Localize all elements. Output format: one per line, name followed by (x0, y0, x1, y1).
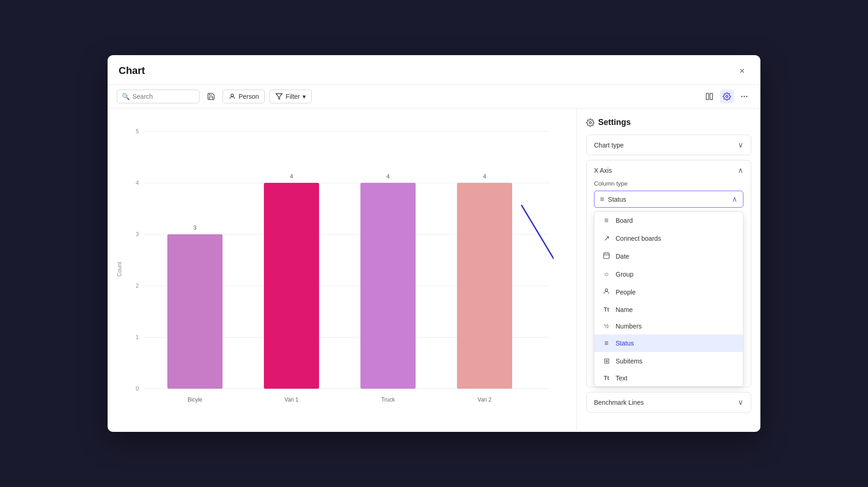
dropdown-item-text[interactable]: Tt Text (594, 370, 743, 386)
dropdown-item-date[interactable]: Date (594, 247, 743, 266)
filter-button[interactable]: Filter ▾ (269, 90, 312, 103)
subitems-icon: ⊞ (602, 357, 611, 365)
settings-title: Settings (586, 118, 751, 127)
svg-text:Truck: Truck (381, 396, 395, 403)
subitems-label: Subitems (616, 357, 642, 365)
status-selected-left: ≡ Status (600, 195, 626, 204)
chart-type-section: Chart type ∨ (586, 135, 751, 155)
dropdown-item-people[interactable]: People (594, 283, 743, 301)
search-input[interactable] (132, 93, 194, 100)
svg-text:4: 4 (136, 180, 139, 186)
dropdown-item-numbers[interactable]: ½ Numbers (594, 318, 743, 334)
search-icon: 🔍 (122, 93, 130, 100)
chart-type-chevron: ∨ (738, 141, 743, 149)
status-dropdown[interactable]: ≡ Status ∧ (594, 191, 743, 208)
x-axis-chevron: ∧ (738, 166, 743, 175)
dropdown-item-connect-boards[interactable]: ↗ Connect boards (594, 229, 743, 247)
name-icon: Tt (602, 306, 611, 313)
svg-text:4: 4 (387, 173, 390, 180)
benchmark-section: Benchmark Lines ∨ (586, 392, 751, 413)
y-axis-label: Count (116, 262, 123, 277)
chart-type-header[interactable]: Chart type ∨ (587, 135, 751, 155)
dropdown-item-subitems[interactable]: ⊞ Subitems (594, 352, 743, 370)
svg-text:3: 3 (136, 231, 139, 238)
svg-text:5: 5 (136, 128, 139, 135)
svg-line-28 (521, 205, 554, 274)
chart-area: Count 5 4 3 2 1 0 3 Bicyle (108, 108, 577, 430)
svg-rect-31 (604, 253, 609, 259)
settings-label: Settings (598, 118, 631, 127)
svg-marker-1 (276, 94, 282, 99)
numbers-icon: ½ (602, 323, 611, 329)
titlebar: Chart × (108, 55, 760, 85)
status-selected-row[interactable]: ≡ Status ∧ (594, 191, 743, 207)
date-label: Date (616, 253, 629, 260)
svg-text:3: 3 (194, 225, 197, 231)
bar-truck[interactable] (360, 183, 416, 389)
toolbar-right (702, 90, 751, 103)
svg-text:4: 4 (290, 173, 293, 180)
svg-text:Van 1: Van 1 (285, 396, 299, 403)
column-type-label: Column type (587, 180, 751, 191)
person-button[interactable]: Person (223, 90, 265, 103)
svg-rect-2 (706, 93, 708, 100)
x-axis-label: X Axis (594, 167, 612, 174)
benchmark-header[interactable]: Benchmark Lines ∨ (587, 392, 751, 412)
board-label: Board (616, 217, 633, 224)
benchmark-label: Benchmark Lines (594, 399, 644, 406)
main-content: Count 5 4 3 2 1 0 3 Bicyle (108, 108, 760, 430)
group-icon: ○ (602, 270, 611, 278)
connect-boards-icon: ↗ (602, 234, 611, 243)
person-label: Person (239, 93, 259, 100)
status-icon: ≡ (600, 195, 604, 204)
svg-text:2: 2 (136, 283, 139, 289)
svg-point-6 (744, 96, 745, 97)
status-value: Status (608, 196, 626, 203)
bar-van1[interactable] (264, 183, 319, 389)
chart-svg: 5 4 3 2 1 0 3 Bicyle 4 Van 1 (121, 118, 554, 412)
dropdown-item-board[interactable]: ≡ Board (594, 212, 743, 229)
benchmark-chevron: ∨ (738, 398, 743, 407)
svg-text:Van 2: Van 2 (478, 396, 492, 403)
close-button[interactable]: × (735, 63, 749, 78)
filter-chevron: ▾ (303, 93, 306, 100)
bar-bicyle[interactable] (167, 234, 223, 389)
connect-boards-label: Connect boards (616, 235, 661, 242)
svg-point-5 (741, 96, 742, 97)
svg-text:1: 1 (136, 334, 139, 340)
name-label: Name (616, 306, 633, 313)
save-icon-button[interactable] (204, 90, 218, 103)
toolbar: 🔍 Person Filter ▾ (108, 85, 760, 108)
text-label: Text (616, 374, 628, 382)
group-label: Group (616, 271, 634, 278)
svg-point-4 (726, 96, 728, 98)
chart-type-label: Chart type (594, 142, 624, 149)
search-box[interactable]: 🔍 (117, 90, 200, 103)
dropdown-item-group[interactable]: ○ Group (594, 266, 743, 283)
dropdown-list: ≡ Board ↗ Connect boards Date ○ (594, 211, 743, 387)
x-axis-header[interactable]: X Axis ∧ (587, 160, 751, 180)
settings-panel: Settings Chart type ∨ X Axis ∧ Column ty… (577, 108, 760, 430)
svg-point-7 (746, 96, 748, 97)
svg-point-35 (605, 289, 607, 291)
x-axis-section: X Axis ∧ Column type ≡ Status ∧ (586, 160, 751, 387)
dropdown-item-name[interactable]: Tt Name (594, 301, 743, 318)
settings-panel-button[interactable] (720, 90, 734, 103)
svg-point-0 (231, 94, 233, 96)
dropdown-item-status[interactable]: ≡ Status (594, 334, 743, 352)
bar-van2[interactable] (457, 183, 512, 389)
status-chevron-up: ∧ (732, 195, 737, 204)
svg-point-30 (589, 121, 592, 124)
svg-text:4: 4 (483, 173, 486, 180)
numbers-label: Numbers (616, 323, 642, 330)
text-icon: Tt (602, 375, 611, 381)
people-icon (602, 288, 611, 297)
more-options-button[interactable] (737, 90, 751, 103)
layout-button[interactable] (702, 90, 716, 103)
svg-rect-3 (710, 93, 713, 100)
status-list-label: Status (616, 340, 634, 347)
settings-icon (586, 119, 594, 127)
window-title: Chart (119, 65, 145, 77)
app-window: Chart × 🔍 Person Filter ▾ (108, 55, 760, 432)
svg-text:0: 0 (136, 385, 139, 392)
